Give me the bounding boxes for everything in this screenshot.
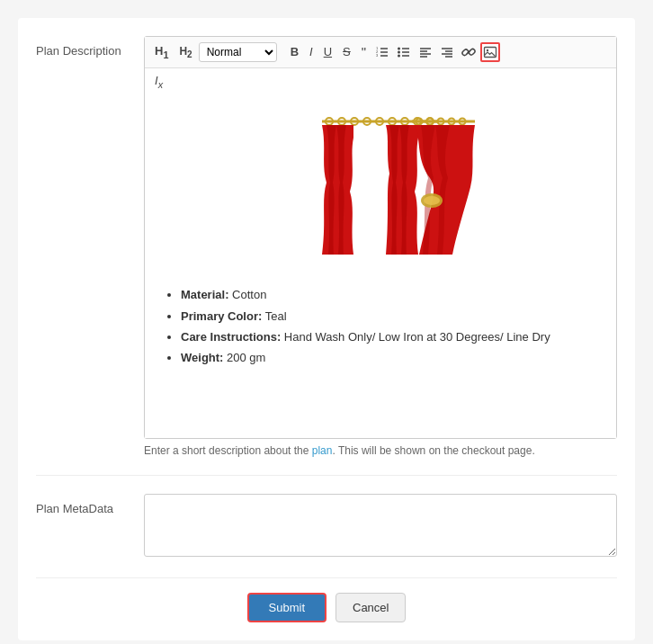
italic-button[interactable]: I	[305, 42, 318, 61]
curtain-image	[159, 111, 602, 266]
editor-content[interactable]: Material: Cotton Primary Color: Teal Car…	[145, 96, 616, 438]
link-button[interactable]	[459, 42, 479, 62]
align-left-button[interactable]	[416, 42, 435, 62]
plan-description-row: Plan Description H1 H2 Normal Heading 1 …	[36, 36, 617, 457]
editor-wrapper: H1 H2 Normal Heading 1 Heading 2 Heading…	[144, 36, 617, 439]
underline-button[interactable]: U	[319, 42, 336, 61]
editor-toolbar-row2: Ix	[145, 68, 616, 97]
bullet-weight: Weight: 200 gm	[181, 347, 602, 368]
format-select[interactable]: Normal Heading 1 Heading 2 Heading 3 Par…	[199, 42, 277, 62]
align-right-button[interactable]	[437, 42, 457, 62]
bullet-color: Primary Color: Teal	[181, 306, 602, 326]
image-button[interactable]	[480, 42, 500, 62]
editor-field: H1 H2 Normal Heading 1 Heading 2 Heading…	[144, 36, 617, 457]
section-divider	[36, 475, 617, 476]
bullet-material: Material: Cotton	[181, 284, 602, 305]
submit-button[interactable]: Submit	[247, 593, 326, 622]
description-bullets: Material: Cotton Primary Color: Teal Car…	[181, 284, 602, 369]
svg-point-39	[424, 196, 440, 205]
plan-link: plan	[312, 444, 333, 457]
metadata-input[interactable]	[144, 494, 617, 557]
svg-point-21	[487, 49, 488, 51]
editor-toolbar: H1 H2 Normal Heading 1 Heading 2 Heading…	[145, 37, 616, 68]
svg-point-9	[398, 47, 400, 49]
unordered-list-button[interactable]	[394, 42, 414, 62]
ordered-list-button[interactable]: 123	[372, 42, 392, 62]
metadata-field	[144, 494, 617, 559]
strikethrough-button[interactable]: S	[338, 42, 355, 61]
plan-metadata-row: Plan MetaData	[36, 494, 617, 559]
hint-text: Enter a short description about the plan…	[144, 444, 617, 457]
blockquote-button[interactable]: "	[357, 41, 371, 62]
svg-point-11	[398, 54, 400, 57]
h2-button[interactable]: H2	[174, 42, 196, 62]
h1-button[interactable]: H1	[150, 41, 173, 63]
plan-description-label: Plan Description	[36, 36, 144, 59]
svg-point-10	[398, 50, 400, 53]
svg-text:3: 3	[376, 53, 379, 58]
bullet-care: Care Instructions: Hand Wash Only/ Low I…	[181, 326, 602, 347]
bold-button[interactable]: B	[286, 42, 303, 61]
cancel-button[interactable]: Cancel	[335, 593, 406, 622]
clear-format-button[interactable]: Ix	[150, 71, 167, 93]
form-actions: Submit Cancel	[36, 577, 617, 622]
form-container: Plan Description H1 H2 Normal Heading 1 …	[18, 18, 635, 640]
plan-metadata-label: Plan MetaData	[36, 494, 144, 517]
